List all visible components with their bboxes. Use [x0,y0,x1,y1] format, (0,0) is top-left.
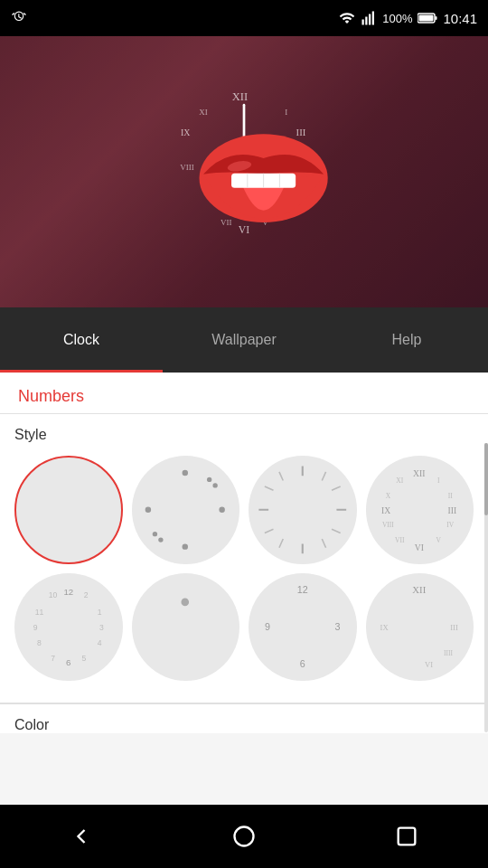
clock-style-grid-row2: 12 11 1 9 3 8 4 6 7 5 10 2 [14,573,474,682]
battery-pct: 100% [382,12,412,25]
svg-point-33 [159,537,164,542]
section-title: Numbers [0,373,488,413]
rolling-stones-logo [183,114,345,259]
svg-text:IX: IX [380,624,389,633]
svg-text:5: 5 [82,655,87,664]
style-label: Style [14,427,474,443]
svg-line-38 [322,472,325,481]
content-area: Numbers Style [0,373,488,733]
svg-text:VI: VI [425,660,433,669]
svg-line-42 [279,472,283,481]
tab-wallpaper[interactable]: Wallpaper [163,307,325,373]
svg-line-45 [279,539,283,548]
svg-rect-3 [372,12,374,25]
svg-text:IV: IV [447,521,455,529]
clock-style-numbers-12[interactable]: 12 3 6 9 [249,573,357,682]
svg-text:6: 6 [66,657,70,667]
svg-text:9: 9 [265,622,270,633]
svg-text:VI: VI [415,542,424,552]
svg-point-80 [235,827,254,846]
svg-line-43 [265,486,274,490]
svg-rect-5 [419,15,434,22]
clock-style-grid-row1: XII III VI IX I II IV V VII VIII X XI [14,456,474,564]
scroll-thumb[interactable] [484,443,488,515]
svg-text:VII: VII [396,536,406,544]
tab-bar: Clock Wallpaper Help [0,307,488,373]
svg-rect-6 [436,16,437,20]
svg-text:12: 12 [297,585,308,596]
svg-text:IX: IX [382,505,391,515]
svg-rect-0 [362,20,364,25]
clock-style-dots[interactable] [132,456,240,564]
svg-rect-1 [365,17,367,25]
svg-point-28 [183,543,188,549]
svg-text:XII: XII [232,90,248,103]
clock-style-roman-minimal[interactable]: XII III IX IIII VI [366,573,474,682]
clock-style-blank[interactable] [14,456,123,564]
svg-text:III: III [448,505,457,515]
svg-point-27 [220,507,225,513]
svg-text:I: I [437,476,440,485]
recent-button[interactable] [384,814,429,859]
svg-rect-2 [369,14,371,25]
svg-line-40 [332,529,341,533]
svg-text:8: 8 [37,639,42,648]
svg-point-31 [213,483,218,487]
svg-text:2: 2 [84,590,89,599]
svg-text:V: V [436,536,442,544]
nav-bar [0,805,488,868]
svg-line-44 [265,529,274,533]
svg-text:9: 9 [33,624,38,633]
svg-line-41 [322,539,325,548]
home-button[interactable] [221,814,267,859]
svg-text:X: X [386,492,391,500]
alarm-icon [11,10,27,26]
svg-text:3: 3 [99,624,104,633]
svg-text:II: II [448,492,454,500]
svg-point-70 [182,599,190,607]
style-section: Style [0,414,488,703]
svg-text:1: 1 [98,608,102,617]
wifi-icon [339,10,355,26]
svg-text:4: 4 [98,639,102,648]
svg-point-26 [183,470,188,476]
svg-point-29 [145,507,151,513]
svg-text:IIII: IIII [444,650,454,658]
clock-style-minimal[interactable] [249,456,357,564]
svg-text:12: 12 [63,588,73,598]
status-bar: 100% 10:41 [0,0,488,36]
svg-text:6: 6 [300,658,305,669]
svg-text:III: III [451,624,459,633]
svg-text:10: 10 [49,590,58,599]
clock-style-numbers-full[interactable]: 12 11 1 9 3 8 4 6 7 5 10 2 [14,573,123,682]
svg-point-32 [153,532,157,536]
svg-text:11: 11 [35,608,44,617]
svg-point-30 [207,477,211,482]
svg-text:VIII: VIII [382,521,394,529]
svg-text:XI: XI [397,476,404,485]
tab-help[interactable]: Help [325,307,488,373]
svg-line-39 [332,486,341,490]
clock-style-roman[interactable]: XII III VI IX I II IV V VII VIII X XI [366,456,474,564]
clock-style-dot-center[interactable] [132,573,240,682]
color-label: Color [14,717,474,733]
svg-rect-81 [399,828,416,845]
signal-icon [361,10,377,26]
svg-text:3: 3 [334,622,340,633]
battery-icon [418,12,437,24]
svg-text:7: 7 [51,655,55,664]
scroll-track [484,443,488,732]
svg-text:XII: XII [414,468,426,478]
color-section: Color [0,703,488,733]
svg-text:XII: XII [413,585,427,596]
hero-section: XII III VI IX I IV XI VIII VII V [0,36,488,307]
back-button[interactable] [59,814,104,859]
tab-clock[interactable]: Clock [0,307,163,373]
status-time: 10:41 [443,11,477,26]
